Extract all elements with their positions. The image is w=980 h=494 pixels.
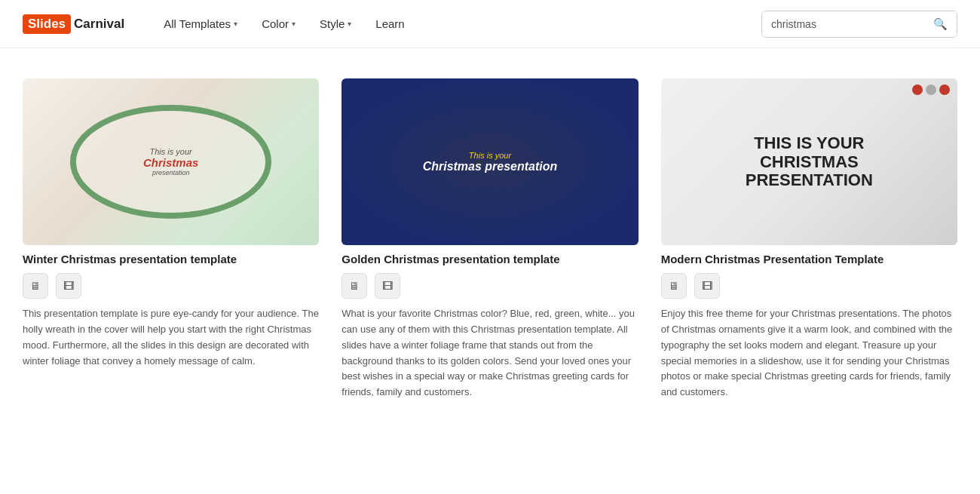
monitor-icon: 🖥 bbox=[30, 280, 41, 292]
templates-grid: This is your Christmas presentation Wint… bbox=[23, 78, 957, 400]
template-desc-winter: This presentation template is pure eye-c… bbox=[23, 306, 319, 369]
thumb-winter-line3: presentation bbox=[152, 169, 190, 176]
thumb-modern-lines: THIS IS YOUR CHRISTMAS PRESENTATION bbox=[746, 134, 873, 189]
search-button[interactable]: 🔍 bbox=[924, 11, 957, 37]
template-thumbnail-winter[interactable]: This is your Christmas presentation bbox=[23, 78, 319, 245]
main-nav: All Templates ▾ Color ▾ Style ▾ Learn bbox=[155, 11, 761, 36]
thumbnail-wreath: This is your Christmas presentation bbox=[70, 105, 271, 218]
ornament-silver bbox=[926, 84, 936, 95]
film-icon-btn-winter[interactable]: 🎞 bbox=[56, 273, 81, 299]
template-title-golden: Golden Christmas presentation template bbox=[341, 253, 638, 265]
thumb-winter-line2: Christmas bbox=[143, 156, 198, 169]
nav-style-label: Style bbox=[320, 17, 345, 30]
template-desc-modern: Enjoy this free theme for your Christmas… bbox=[661, 306, 957, 400]
nav-all-templates[interactable]: All Templates ▾ bbox=[155, 11, 247, 36]
template-action-icons-modern: 🖥 🎞 bbox=[661, 273, 957, 299]
thumb-golden-line2: Christmas presentation bbox=[423, 160, 558, 173]
film-icon-2: 🎞 bbox=[382, 280, 393, 292]
search-bar: 🔍 bbox=[761, 11, 957, 38]
monitor-icon-btn-modern[interactable]: 🖥 bbox=[661, 273, 687, 299]
film-icon-btn-modern[interactable]: 🎞 bbox=[694, 273, 720, 299]
chevron-down-icon: ▾ bbox=[234, 20, 237, 28]
chevron-down-icon-3: ▾ bbox=[348, 20, 351, 28]
template-title-modern: Modern Christmas Presentation Template bbox=[661, 253, 957, 265]
film-icon: 🎞 bbox=[63, 280, 74, 292]
nav-learn[interactable]: Learn bbox=[366, 11, 413, 36]
template-title-winter: Winter Christmas presentation template bbox=[23, 253, 319, 265]
nav-color-label: Color bbox=[262, 17, 289, 30]
nav-learn-label: Learn bbox=[375, 17, 404, 30]
thumb-modern-line2: CHRISTMAS bbox=[760, 152, 859, 171]
film-icon-btn-golden[interactable]: 🎞 bbox=[375, 273, 400, 299]
template-action-icons-winter: 🖥 🎞 bbox=[23, 273, 319, 299]
header: Slides Carnival All Templates ▾ Color ▾ … bbox=[0, 0, 980, 48]
ornament-red2 bbox=[939, 84, 950, 95]
ornaments-group bbox=[912, 84, 950, 95]
template-card-golden: This is your Christmas presentation Gold… bbox=[341, 78, 638, 400]
monitor-icon-btn-winter[interactable]: 🖥 bbox=[23, 273, 48, 299]
search-input[interactable] bbox=[762, 12, 924, 36]
template-card-winter: This is your Christmas presentation Wint… bbox=[23, 78, 319, 400]
nav-style[interactable]: Style ▾ bbox=[311, 11, 360, 36]
chevron-down-icon-2: ▾ bbox=[292, 20, 296, 28]
monitor-icon-btn-golden[interactable]: 🖥 bbox=[341, 273, 367, 299]
logo-slides: Slides bbox=[23, 14, 71, 34]
thumb-golden-line1: This is your bbox=[469, 151, 511, 160]
template-desc-golden: What is your favorite Christmas color? B… bbox=[341, 306, 638, 400]
nav-color[interactable]: Color ▾ bbox=[253, 11, 305, 36]
thumb-modern-line1: THIS IS YOUR bbox=[754, 133, 864, 152]
search-icon: 🔍 bbox=[933, 17, 948, 30]
logo-carnival: Carnival bbox=[74, 17, 124, 32]
template-action-icons-golden: 🖥 🎞 bbox=[341, 273, 638, 299]
monitor-icon-2: 🖥 bbox=[349, 280, 360, 292]
template-thumbnail-modern[interactable]: THIS IS YOUR CHRISTMAS PRESENTATION bbox=[661, 78, 957, 245]
film-icon-3: 🎞 bbox=[702, 280, 712, 292]
logo[interactable]: Slides Carnival bbox=[23, 14, 124, 34]
template-thumbnail-golden[interactable]: This is your Christmas presentation bbox=[341, 78, 638, 245]
ornament-red bbox=[912, 84, 923, 95]
nav-all-templates-label: All Templates bbox=[164, 17, 231, 30]
thumb-modern-line3: PRESENTATION bbox=[746, 170, 873, 189]
monitor-icon-3: 🖥 bbox=[669, 280, 679, 292]
main-content: This is your Christmas presentation Wint… bbox=[0, 48, 980, 431]
thumb-winter-line1: This is your bbox=[150, 147, 192, 156]
template-card-modern: THIS IS YOUR CHRISTMAS PRESENTATION Mode… bbox=[661, 78, 957, 400]
